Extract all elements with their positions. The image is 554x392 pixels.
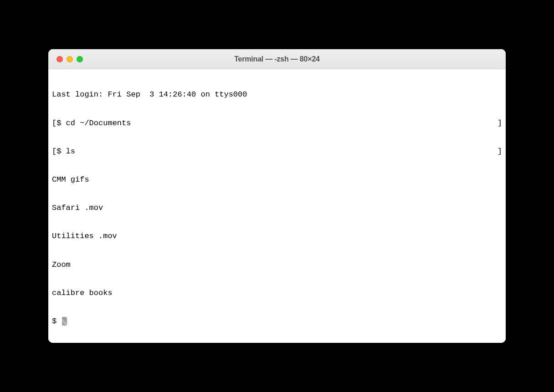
terminal-body[interactable]: Last login: Fri Sep 3 14:26:40 on ttys00… bbox=[48, 69, 506, 343]
minimize-button[interactable] bbox=[67, 56, 73, 62]
terminal-window: Terminal — -zsh — 80×24 Last login: Fri … bbox=[48, 49, 506, 343]
ls-output-line: CMM gifs bbox=[52, 175, 502, 185]
ls-output-line: Utilities .mov bbox=[52, 232, 502, 241]
cursor-icon bbox=[62, 317, 67, 326]
command-line-ls: [$ ls] bbox=[52, 147, 502, 157]
title-bar[interactable]: Terminal — -zsh — 80×24 bbox=[48, 49, 506, 69]
bracket-close: ] bbox=[498, 147, 502, 157]
bracket-open: [ bbox=[52, 119, 56, 127]
zoom-button[interactable] bbox=[77, 56, 83, 62]
prompt-line: $ bbox=[52, 317, 502, 326]
cd-command: cd ~/Documents bbox=[66, 119, 131, 127]
bracket-close: ] bbox=[498, 119, 502, 128]
ls-output-line: calibre books bbox=[52, 289, 502, 298]
ls-output-line: Safari .mov bbox=[52, 204, 502, 213]
prompt: $ bbox=[52, 317, 61, 326]
prompt: $ bbox=[56, 119, 66, 127]
ls-command: ls bbox=[66, 147, 75, 156]
traffic-lights bbox=[48, 56, 83, 62]
bracket-open: [ bbox=[52, 147, 56, 156]
prompt: $ bbox=[56, 147, 66, 156]
close-button[interactable] bbox=[56, 56, 63, 62]
window-title: Terminal — -zsh — 80×24 bbox=[48, 55, 506, 63]
last-login-line: Last login: Fri Sep 3 14:26:40 on ttys00… bbox=[52, 90, 502, 100]
ls-output-line: Zoom bbox=[52, 260, 502, 270]
command-line-cd: [$ cd ~/Documents] bbox=[52, 119, 502, 128]
